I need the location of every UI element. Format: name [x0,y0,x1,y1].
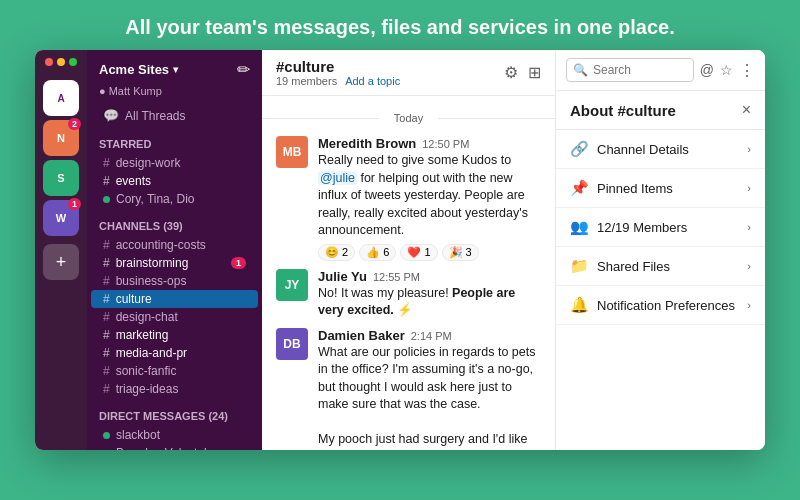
mention-icon[interactable]: @ [700,62,714,78]
notification-icon: 🔔 [570,296,589,314]
avatar-julie: JY [276,269,308,301]
chevron-right-icon-4: › [747,260,751,272]
star-icon[interactable]: ☆ [720,62,733,78]
msg-text-2: No! It was my pleasure! People are very … [318,285,541,320]
panel-item-shared-files[interactable]: 📁 Shared Files › [556,247,765,286]
msg-reactions-1: 😊 2 👍 6 ❤️ 1 🎉 3 [318,244,541,261]
user-status: ● Matt Kump [87,85,262,105]
channel-meta: 19 members Add a topic [276,75,400,87]
online-indicator [103,432,110,439]
reaction-heart[interactable]: ❤️ 1 [400,244,437,261]
shared-files-icon: 📁 [570,257,589,275]
channel-title: #culture [276,58,400,75]
panel-label-shared-files: Shared Files [597,259,670,274]
workspace-name[interactable]: Acme Sites ▾ [99,62,178,77]
sidebar-item-cory-tina-dio[interactable]: Cory, Tina, Dio [91,190,258,208]
compose-icon[interactable]: ✏ [237,60,250,79]
messages-area: Today MB Meredith Brown 12:50 PM Really … [262,96,555,450]
traffic-light-maximize[interactable] [69,58,77,66]
reaction-party[interactable]: 🎉 3 [442,244,479,261]
app-window: A N 2 S W 1 + Acme Sites ▾ ✏ ● Matt Kump [35,50,765,450]
sidebar-channel-culture[interactable]: # culture [91,290,258,308]
sidebar-item-design-work[interactable]: # design-work [91,154,258,172]
msg-time-1: 12:50 PM [422,138,469,150]
message-julie: JY Julie Yu 12:55 PM No! It was my pleas… [262,265,555,324]
channels-section: CHANNELS (39) [87,208,262,236]
dm-slackbot[interactable]: slackbot [91,426,258,444]
chevron-right-icon: › [747,143,751,155]
sidebar-channel-triage[interactable]: # triage-ideas [91,380,258,398]
dm-brandon[interactable]: Brandon Velestuk [91,444,258,450]
panel-item-notifications[interactable]: 🔔 Notification Preferences › [556,286,765,325]
sidebar-channel-business-ops[interactable]: # business-ops [91,272,258,290]
date-divider: Today [262,112,555,124]
reaction-smile[interactable]: 😊 2 [318,244,355,261]
sidebar-channel-accounting[interactable]: # accounting-costs [91,236,258,254]
panel-label-channel-details: Channel Details [597,142,689,157]
sidebar-channel-brainstorming[interactable]: # brainstorming 1 [91,254,258,272]
sidebar-channel-media-and-pr[interactable]: # media-and-pr [91,344,258,362]
more-icon[interactable]: ⋮ [739,61,755,80]
main-content: #culture 19 members Add a topic ⚙ ⊞ Toda… [262,50,555,450]
close-panel-button[interactable]: × [742,101,751,119]
panel-item-pinned[interactable]: 📌 Pinned Items › [556,169,765,208]
search-icon: 🔍 [573,63,588,77]
sidebar-item-all-threads[interactable]: 💬 All Threads [91,105,258,126]
msg-time-2: 12:55 PM [373,271,420,283]
message-meredith: MB Meredith Brown 12:50 PM Really need t… [262,132,555,265]
workspace-icon-3[interactable]: S [43,160,79,196]
online-dot [103,196,110,203]
sidebar-channel-sonic-fanfic[interactable]: # sonic-fanfic [91,362,258,380]
threads-icon: 💬 [103,108,119,123]
add-workspace-button[interactable]: + [43,244,79,280]
online-indicator [103,450,110,451]
chevron-right-icon-5: › [747,299,751,311]
channel-details-icon: 🔗 [570,140,589,158]
panel-label-pinned: Pinned Items [597,181,673,196]
right-panel-title: About #culture [570,102,676,119]
members-icon: 👥 [570,218,589,236]
workspace-icon-acme[interactable]: A [43,80,79,116]
panel-label-members: 12/19 Members [597,220,687,235]
right-panel-header: About #culture × [556,91,765,130]
msg-author-damien: Damien Baker [318,328,405,343]
channel-header-icons: ⚙ ⊞ [504,63,541,82]
settings-icon[interactable]: ⚙ [504,63,518,82]
avatar-damien: DB [276,328,308,360]
right-panel: 🔍 @ ☆ ⋮ About #culture × 🔗 Channel Detai… [555,50,765,450]
add-topic-link[interactable]: Add a topic [345,75,400,87]
reaction-thumbs[interactable]: 👍 6 [359,244,396,261]
msg-author-meredith: Meredith Brown [318,136,416,151]
msg-time-3: 2:14 PM [411,330,452,342]
panel-item-members[interactable]: 👥 12/19 Members › [556,208,765,247]
tagline: All your team's messages, files and serv… [105,0,694,50]
channel-header: #culture 19 members Add a topic ⚙ ⊞ [262,50,555,96]
avatar-meredith: MB [276,136,308,168]
sidebar: Acme Sites ▾ ✏ ● Matt Kump 💬 All Threads… [87,50,262,450]
icon-rail: A N 2 S W 1 + [35,50,87,450]
workspace-chevron-icon: ▾ [173,64,178,75]
workspace-icon-2[interactable]: N 2 [43,120,79,156]
traffic-light-close[interactable] [45,58,53,66]
msg-text-3: What are our policies in regards to pets… [318,344,541,451]
chevron-right-icon-2: › [747,182,751,194]
chevron-right-icon-3: › [747,221,751,233]
dm-section: DIRECT MESSAGES (24) [87,398,262,426]
pinned-items-icon: 📌 [570,179,589,197]
grid-view-icon[interactable]: ⊞ [528,63,541,82]
msg-text-1: Really need to give some Kudos to @julie… [318,152,541,240]
workspace-icon-4[interactable]: W 1 [43,200,79,236]
panel-item-channel-details[interactable]: 🔗 Channel Details › [556,130,765,169]
sidebar-item-events[interactable]: # events [91,172,258,190]
starred-section: STARRED [87,126,262,154]
message-damien-1: DB Damien Baker 2:14 PM What are our pol… [262,324,555,451]
sidebar-channel-design-chat[interactable]: # design-chat [91,308,258,326]
panel-label-notifications: Notification Preferences [597,298,735,313]
sidebar-channel-marketing[interactable]: # marketing [91,326,258,344]
traffic-light-minimize[interactable] [57,58,65,66]
msg-author-julie: Julie Yu [318,269,367,284]
